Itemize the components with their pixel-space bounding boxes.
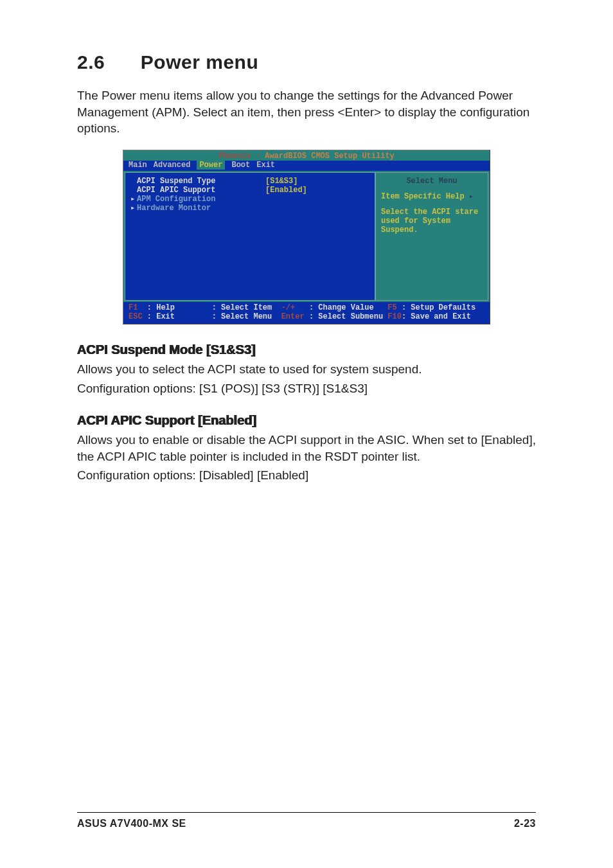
- help-body-line: used for System: [381, 217, 483, 226]
- row-value: [265, 204, 369, 213]
- bios-window: Phoenix - AwardBIOS CMOS Setup Utility M…: [123, 150, 490, 324]
- row-marker: [130, 177, 137, 186]
- footer-product: ASUS A7V400-MX SE: [77, 818, 186, 829]
- bios-left-pane: ACPI Suspend Type [S1&S3] ACPI APIC Supp…: [125, 172, 375, 301]
- subsection-config-options: Configuration options: [S1 (POS)] [S3 (S…: [77, 380, 536, 397]
- key-desc: : Select Menu: [212, 312, 281, 321]
- key-enter: Enter: [281, 312, 309, 321]
- row-label: ACPI Suspend Type: [137, 177, 265, 186]
- row-label: Hardware Monitor: [137, 204, 265, 213]
- subsection-title-acpi-suspend: ACPI Suspend Mode [S1&S3]: [77, 342, 536, 357]
- row-marker: [130, 186, 137, 195]
- section-heading: 2.6 Power menu: [77, 51, 536, 73]
- bios-body: ACPI Suspend Type [S1&S3] ACPI APIC Supp…: [123, 171, 490, 302]
- bios-menubar: Main Advanced Power Boot Exit: [123, 161, 490, 171]
- section-title-text: Power menu: [141, 51, 258, 73]
- bios-titlebar: Phoenix - AwardBIOS CMOS Setup Utility: [123, 150, 490, 161]
- key-desc: : Change Value: [309, 303, 387, 312]
- help-subtitle-text: Item Specific Help: [381, 192, 469, 201]
- key-desc: : Select Item: [212, 303, 281, 312]
- bios-title-left: Phoenix -: [218, 152, 265, 161]
- row-label: ACPI APIC Support: [137, 186, 265, 195]
- bios-row-acpi-apic[interactable]: ACPI APIC Support [Enabled]: [125, 186, 375, 195]
- subsection-body: Allows you to select the ACPI state to u…: [77, 361, 536, 378]
- help-body-line: Suspend.: [381, 226, 483, 235]
- bios-row-apm-config[interactable]: ▸ APM Configuration: [125, 195, 375, 204]
- help-arrow-icon: ▸: [469, 192, 474, 201]
- bios-row-hw-monitor[interactable]: ▸ Hardware Monitor: [125, 204, 375, 213]
- row-value: [S1&S3]: [265, 177, 369, 186]
- menu-boot[interactable]: Boot: [231, 161, 250, 170]
- key-desc: : Setup Defaults: [402, 303, 475, 312]
- subsection-body: Allows you to enable or disable the ACPI…: [77, 432, 536, 465]
- key-esc: ESC: [129, 312, 143, 321]
- footer-page-number: 2-23: [514, 818, 536, 829]
- bios-footer: F1 : Help : Select Item -/+ : Change Val…: [123, 302, 490, 324]
- bios-title-right: AwardBIOS CMOS Setup Utility: [265, 152, 395, 161]
- submenu-marker-icon: ▸: [130, 195, 137, 204]
- key-f1: F1: [129, 303, 143, 312]
- menu-advanced[interactable]: Advanced: [154, 161, 191, 170]
- key-plusminus: -/+: [281, 303, 309, 312]
- intro-paragraph: The Power menu items allow you to change…: [77, 87, 536, 137]
- subsection-config-options: Configuration options: [Disabled] [Enabl…: [77, 467, 536, 484]
- bios-row-acpi-suspend[interactable]: ACPI Suspend Type [S1&S3]: [125, 177, 375, 186]
- bios-footer-row: ESC : Exit : Select Menu Enter : Select …: [129, 312, 484, 321]
- row-value: [265, 195, 369, 204]
- bios-footer-row: F1 : Help : Select Item -/+ : Change Val…: [129, 303, 484, 312]
- spacer: [381, 201, 483, 208]
- bios-help-pane: Select Menu Item Specific Help ▸ Select …: [375, 172, 488, 301]
- subsection-title-acpi-apic: ACPI APIC Support [Enabled]: [77, 413, 536, 428]
- menu-exit[interactable]: Exit: [256, 161, 275, 170]
- row-label: APM Configuration: [137, 195, 265, 204]
- key-desc: : Help: [143, 303, 212, 312]
- menu-main[interactable]: Main: [129, 161, 147, 170]
- menu-power[interactable]: Power: [197, 161, 225, 170]
- submenu-marker-icon: ▸: [130, 204, 137, 213]
- key-desc: : Select Submenu: [309, 312, 387, 321]
- key-desc: : Save and Exit: [402, 312, 471, 321]
- help-body-line: Select the ACPI stare: [381, 208, 483, 217]
- help-subtitle: Item Specific Help ▸: [381, 192, 483, 201]
- page-footer: ASUS A7V400-MX SE 2-23: [77, 812, 536, 829]
- key-f10: F10: [387, 312, 402, 321]
- key-desc: : Exit: [143, 312, 212, 321]
- key-f5: F5: [387, 303, 402, 312]
- row-value: [Enabled]: [265, 186, 369, 195]
- section-number: 2.6: [77, 51, 135, 73]
- help-title: Select Menu: [381, 177, 483, 186]
